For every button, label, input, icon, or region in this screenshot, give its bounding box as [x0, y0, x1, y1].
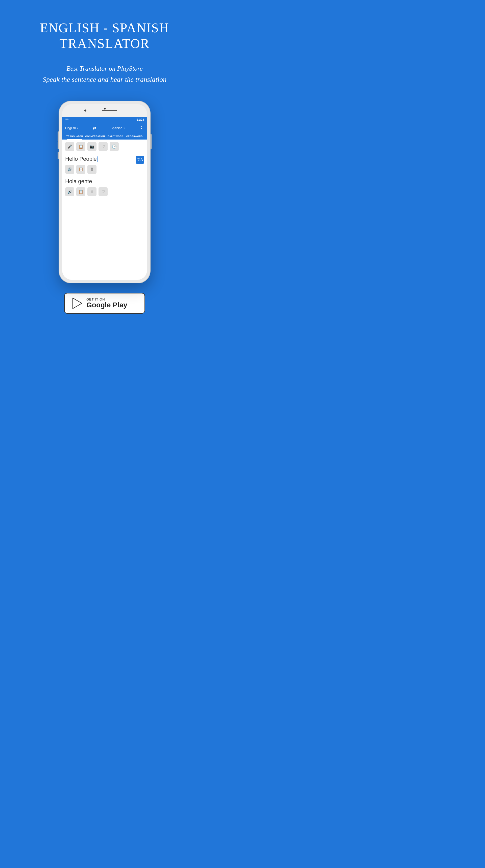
output-text-area: Hola gente [62, 176, 147, 186]
heart-translation-icon: ♡ [102, 189, 105, 194]
swap-languages-button[interactable]: ⇄ [93, 126, 96, 130]
phone-top-bar [62, 104, 147, 117]
translated-text: Hola gente [65, 178, 144, 185]
title-divider [94, 57, 115, 57]
delete-icon: 🗑 [90, 167, 94, 171]
input-action-row: 🔊 📋 🗑 [62, 163, 147, 176]
clipboard-button[interactable]: 📋 [76, 142, 85, 151]
dot-sensor [104, 108, 106, 110]
volume-up-button [58, 142, 59, 149]
app-header: English ▾ ⇄ Spanish ▾ ⋮ TRANSLATOR [62, 122, 147, 140]
microphone-button[interactable]: 🎤 [65, 142, 74, 151]
delete-source-button[interactable]: 🗑 [87, 165, 96, 174]
mic-icon: 🎤 [67, 144, 72, 149]
phone-outer: ⌨ 11:23 English ▾ ⇄ Spanish ▾ [59, 101, 150, 283]
translate-icon: 文A [137, 157, 143, 162]
phone-inner: ⌨ 11:23 English ▾ ⇄ Spanish ▾ [62, 104, 147, 280]
badge-text-group: GET IT ON Google Play [86, 298, 127, 309]
earpiece-speaker [102, 110, 117, 111]
favorites-button[interactable]: ♡ [98, 142, 108, 151]
copy-source-icon: 📋 [79, 167, 83, 172]
output-action-row: 🔊 📋 ⬆ ♡ [62, 186, 147, 198]
text-cursor [97, 156, 97, 162]
title-line1: ENGLISH - SPANISH [40, 21, 169, 35]
favorite-translation-button[interactable]: ♡ [98, 187, 108, 196]
copy-translation-icon: 📋 [79, 189, 83, 194]
google-play-badge[interactable]: GET IT ON Google Play [64, 293, 145, 314]
camera-button[interactable]: 📷 [87, 142, 96, 151]
status-left-icons: ⌨ [65, 118, 68, 121]
tab-conversation[interactable]: CONVERSATION [84, 133, 106, 140]
front-camera [84, 110, 86, 112]
history-button[interactable]: 🕐 [110, 142, 119, 151]
tab-translator[interactable]: TRANSLATOR [65, 133, 84, 140]
tagline: Speak the sentence and hear the translat… [40, 75, 169, 84]
google-play-label: Google Play [86, 301, 127, 309]
target-lang-dropdown-icon: ▾ [123, 127, 125, 129]
get-it-on-label: GET IT ON [86, 298, 127, 301]
input-text-area[interactable]: 文A Hello People [62, 154, 147, 163]
volume-down-button [58, 152, 59, 159]
copy-translation-button[interactable]: 📋 [76, 187, 85, 196]
more-options-button[interactable]: ⋮ [139, 125, 144, 131]
status-bar: ⌨ 11:23 [62, 117, 147, 122]
title-line2: TRANSLATOR [59, 36, 149, 51]
subtitle: Best Translator on PlayStore [40, 65, 169, 72]
target-language-label: Spanish [111, 126, 122, 130]
speaker-source-icon: 🔊 [67, 167, 72, 172]
keyboard-icon: ⌨ [65, 118, 68, 121]
speaker-translation-icon: 🔊 [67, 189, 72, 194]
main-title: ENGLISH - SPANISH TRANSLATOR [40, 20, 169, 52]
heart-icon: ♡ [102, 144, 105, 149]
clipboard-icon: 📋 [79, 144, 83, 149]
header-section: ENGLISH - SPANISH TRANSLATOR Best Transl… [25, 0, 184, 94]
screen: ⌨ 11:23 English ▾ ⇄ Spanish ▾ [62, 117, 147, 280]
play-store-icon [72, 298, 82, 309]
target-language-selector[interactable]: Spanish ▾ [111, 126, 125, 130]
copy-source-button[interactable]: 📋 [76, 165, 85, 174]
speak-source-button[interactable]: 🔊 [65, 165, 74, 174]
share-icon: ⬆ [90, 189, 94, 194]
translate-icon-button[interactable]: 文A [136, 156, 144, 164]
play-badge-wrapper: GET IT ON Google Play [64, 283, 145, 329]
navigation-tabs: TRANSLATOR CONVERSATION DAILY WORD CROSS… [65, 133, 144, 140]
speak-translation-button[interactable]: 🔊 [65, 187, 74, 196]
status-time: 11:23 [137, 118, 144, 121]
language-row: English ▾ ⇄ Spanish ▾ ⋮ [65, 124, 144, 133]
input-toolbar: 🎤 📋 📷 ♡ 🕐 [62, 140, 147, 154]
tab-daily-word[interactable]: DAILY WORD [106, 133, 125, 140]
camera-icon: 📷 [90, 144, 94, 149]
source-lang-dropdown-icon: ▾ [77, 127, 78, 129]
tab-crossword[interactable]: CROSSWORD [125, 133, 144, 140]
source-text-input[interactable]: Hello People [65, 156, 144, 162]
source-language-selector[interactable]: English ▾ [65, 126, 78, 130]
source-text-value: Hello People [65, 156, 97, 162]
share-translation-button[interactable]: ⬆ [87, 187, 96, 196]
svg-marker-0 [73, 298, 82, 309]
source-language-label: English [65, 126, 76, 130]
history-icon: 🕐 [112, 144, 117, 149]
phone-wrapper: ⌨ 11:23 English ▾ ⇄ Spanish ▾ [59, 101, 150, 283]
